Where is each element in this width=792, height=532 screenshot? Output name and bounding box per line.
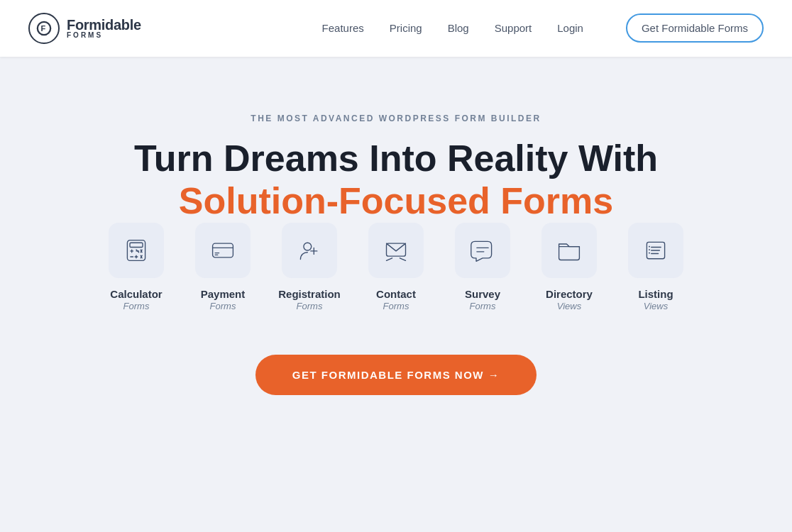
survey-sublabel: Forms <box>470 301 496 313</box>
contact-icon <box>383 238 409 263</box>
hero-title-line1: Turn Dreams Into Reality With <box>134 138 658 179</box>
registration-icon <box>297 238 322 263</box>
icon-box-listing <box>628 223 683 278</box>
logo-name: Formidable <box>67 18 141 32</box>
navbar: F Formidable FORMS Features Pricing Blog… <box>0 0 792 57</box>
calculator-icon <box>123 238 149 263</box>
payment-icon <box>210 238 236 263</box>
listing-sublabel: Views <box>644 301 668 313</box>
icon-box-registration <box>282 223 337 278</box>
icon-item-registration[interactable]: Registration Forms <box>270 223 348 313</box>
hero-eyebrow: THE MOST ADVANCED WORDPRESS FORM BUILDER <box>251 113 541 123</box>
nav-support[interactable]: Support <box>495 22 532 34</box>
calculator-sublabel: Forms <box>123 301 150 313</box>
icon-item-listing[interactable]: Listing Views <box>617 223 695 313</box>
payment-sublabel: Forms <box>210 301 236 313</box>
nav-cta-button[interactable]: Get Formidable Forms <box>626 13 764 43</box>
registration-sublabel: Forms <box>297 301 323 313</box>
icon-item-directory[interactable]: Directory Views <box>530 223 608 313</box>
payment-label: Payment <box>201 288 246 301</box>
nav-links: Features Pricing Blog Support Login Get … <box>322 22 764 35</box>
contact-label: Contact <box>376 288 416 301</box>
icon-item-payment[interactable]: Payment Forms <box>184 223 262 313</box>
calculator-label: Calculator <box>110 288 162 301</box>
icon-item-calculator[interactable]: Calculator Forms <box>97 223 175 313</box>
svg-rect-3 <box>130 243 143 247</box>
nav-login[interactable]: Login <box>557 22 583 34</box>
contact-sublabel: Forms <box>383 301 409 313</box>
main-cta-button[interactable]: GET FORMIDABLE FORMS NOW → <box>255 355 537 395</box>
logo-link[interactable]: F Formidable FORMS <box>28 13 141 44</box>
icon-item-survey[interactable]: Survey Forms <box>444 223 522 313</box>
svg-rect-29 <box>649 245 650 247</box>
icon-box-directory <box>541 223 597 278</box>
icon-box-survey <box>455 223 510 278</box>
svg-rect-31 <box>649 252 650 253</box>
nav-features[interactable]: Features <box>322 22 364 34</box>
directory-icon <box>556 238 582 263</box>
icon-box-calculator <box>109 223 164 278</box>
logo-sub: FORMS <box>67 32 141 39</box>
registration-label: Registration <box>278 288 341 301</box>
icon-box-payment <box>195 223 251 278</box>
svg-point-19 <box>304 243 312 250</box>
icon-item-contact[interactable]: Contact Forms <box>357 223 435 313</box>
logo-icon: F <box>28 13 60 44</box>
survey-icon <box>470 238 495 263</box>
icon-box-contact <box>368 223 424 278</box>
form-types-row: Calculator Forms Payment Forms <box>97 223 695 313</box>
hero-title: Turn Dreams Into Reality With Solution-F… <box>134 138 658 223</box>
hero-section: THE MOST ADVANCED WORDPRESS FORM BUILDER… <box>0 57 792 438</box>
listing-label: Listing <box>638 288 673 301</box>
survey-label: Survey <box>465 288 500 301</box>
nav-blog[interactable]: Blog <box>448 22 469 34</box>
svg-rect-30 <box>649 249 650 250</box>
logo-text: Formidable FORMS <box>67 18 141 39</box>
svg-text:F: F <box>40 24 45 33</box>
directory-label: Directory <box>546 288 593 301</box>
listing-icon <box>643 238 669 263</box>
hero-title-line2: Solution-Focused Forms <box>179 180 613 221</box>
nav-pricing[interactable]: Pricing <box>390 22 422 34</box>
directory-sublabel: Views <box>557 301 581 313</box>
